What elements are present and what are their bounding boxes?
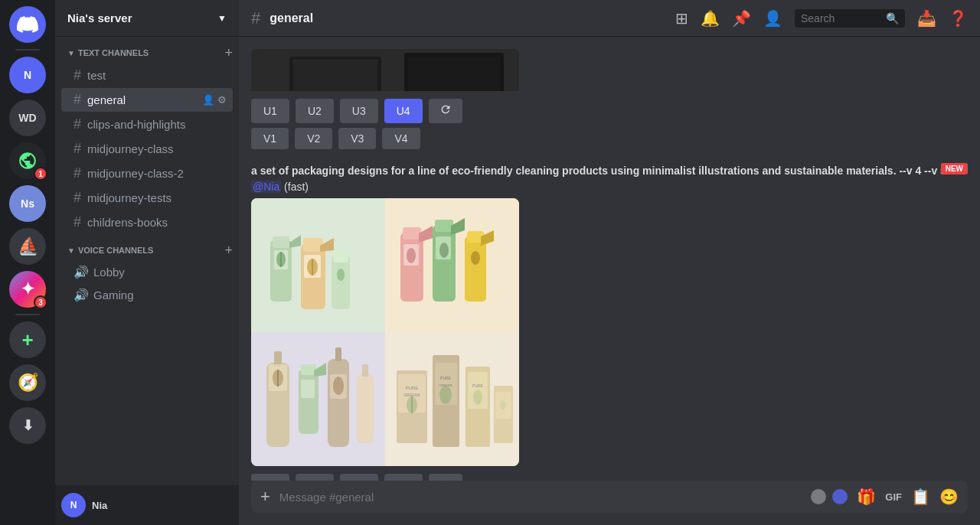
add-attachment-button[interactable]: + bbox=[260, 481, 270, 513]
svg-point-31 bbox=[439, 243, 449, 258]
galaxy-server-badge: 3 bbox=[34, 295, 47, 309]
svg-rect-45 bbox=[335, 347, 341, 361]
server-name-header[interactable]: Nia's server ▼ bbox=[55, 0, 239, 37]
voice-channel-gaming[interactable]: 🔊 Gaming bbox=[61, 284, 233, 306]
nia-server-icon[interactable]: N bbox=[9, 57, 46, 93]
svg-rect-4 bbox=[408, 57, 500, 91]
header-actions: ⊞ 🔔 📌 👤 Search 🔍 📥 ❓ bbox=[675, 9, 968, 28]
speaker-icon: 🔊 bbox=[74, 265, 89, 279]
refresh-button-bottom[interactable] bbox=[429, 474, 462, 481]
upscale-u3-button-top[interactable]: U3 bbox=[340, 99, 378, 123]
inbox-icon[interactable]: 📥 bbox=[917, 9, 936, 28]
channel-item-test[interactable]: # test bbox=[61, 64, 233, 87]
hash-icon: # bbox=[74, 165, 81, 181]
voice-channels-label: VOICE CHANNELS bbox=[78, 246, 153, 255]
channel-name-label: clips-and-highlights bbox=[87, 118, 227, 131]
variation-v1-button[interactable]: V1 bbox=[251, 128, 289, 149]
ai-server-icon[interactable]: 1 bbox=[9, 142, 46, 179]
members-icon[interactable]: 👤 bbox=[763, 9, 782, 28]
svg-text:PURE: PURE bbox=[440, 376, 452, 380]
svg-point-65 bbox=[473, 390, 482, 405]
svg-text:PURE: PURE bbox=[472, 383, 484, 388]
svg-rect-29 bbox=[435, 220, 453, 232]
eco-image-grid: PURE GREENS PURE GREENS bbox=[251, 198, 519, 466]
upscale-u3-button-bottom[interactable]: U3 bbox=[340, 474, 378, 481]
text-channels-section: ▼ TEXT CHANNELS + # test # general 👤 ⚙ bbox=[55, 43, 239, 234]
ns-server-icon[interactable]: Ns bbox=[9, 185, 46, 222]
discord-home-button[interactable] bbox=[9, 6, 46, 43]
boat-server-icon[interactable]: ⛵ bbox=[9, 228, 46, 265]
search-box[interactable]: Search 🔍 bbox=[795, 9, 905, 28]
sticker-button[interactable]: 📋 bbox=[911, 488, 930, 506]
voice-channel-name: Lobby bbox=[93, 266, 125, 279]
message-input-field[interactable] bbox=[279, 481, 802, 513]
svg-rect-49 bbox=[362, 364, 368, 377]
svg-point-68 bbox=[500, 400, 506, 409]
chevron-down-icon: ▼ bbox=[217, 13, 227, 24]
upscale-u4-button-bottom[interactable]: U4 bbox=[384, 474, 423, 481]
voice-channels-header[interactable]: ▼ VOICE CHANNELS + bbox=[55, 240, 239, 260]
channel-item-mj-class[interactable]: # midjourney-class bbox=[61, 137, 233, 161]
wd-server-icon[interactable]: WD bbox=[9, 99, 46, 136]
explore-button[interactable]: 🧭 bbox=[9, 364, 46, 401]
add-server-button[interactable]: + bbox=[9, 321, 46, 358]
text-channels-label: TEXT CHANNELS bbox=[78, 48, 149, 57]
channel-item-mj-tests[interactable]: # midjourney-tests bbox=[61, 186, 233, 210]
voice-channels-section: ▼ VOICE CHANNELS + 🔊 Lobby 🔊 Gaming bbox=[55, 240, 239, 306]
add-voice-channel-button[interactable]: + bbox=[224, 243, 233, 257]
new-badge: NEW bbox=[941, 163, 968, 174]
upscale-u1-button-top[interactable]: U1 bbox=[251, 99, 289, 123]
channel-name-label: midjourney-class bbox=[87, 142, 227, 155]
channel-item-general[interactable]: # general 👤 ⚙ bbox=[61, 88, 233, 112]
upscale-u2-button-bottom[interactable]: U2 bbox=[296, 474, 334, 481]
nitro-icon-2[interactable] bbox=[832, 489, 848, 504]
channel-header-name: general bbox=[270, 11, 313, 25]
gif-button[interactable]: GIF bbox=[885, 491, 902, 503]
search-icon: 🔍 bbox=[886, 12, 899, 24]
svg-point-61 bbox=[439, 386, 452, 404]
svg-rect-41 bbox=[299, 369, 318, 434]
channel-item-childrens[interactable]: # childrens-books bbox=[61, 210, 233, 234]
speaker-icon: 🔊 bbox=[74, 288, 89, 302]
eco-image-top-left bbox=[251, 198, 385, 332]
top-button-row-area: U1 U2 U3 U4 V1 V2 V3 V4 bbox=[239, 94, 980, 157]
variation-v2-button[interactable]: V2 bbox=[295, 128, 332, 149]
variation-v3-button[interactable]: V3 bbox=[338, 128, 376, 149]
collapse-arrow-icon: ▼ bbox=[67, 49, 75, 57]
refresh-button-top[interactable] bbox=[429, 99, 462, 123]
hash-icon: # bbox=[74, 67, 81, 83]
svg-point-34 bbox=[471, 251, 480, 265]
emoji-button[interactable]: 😊 bbox=[939, 488, 959, 506]
upscale-u2-button-top[interactable]: U2 bbox=[296, 99, 334, 123]
username-label: Nia bbox=[92, 500, 233, 511]
voice-channel-lobby[interactable]: 🔊 Lobby bbox=[61, 261, 233, 283]
server-divider bbox=[15, 49, 40, 51]
svg-rect-21 bbox=[333, 250, 348, 262]
nitro-icon[interactable] bbox=[811, 489, 826, 504]
upscale-u4-button-top[interactable]: U4 bbox=[384, 99, 423, 123]
upscale-buttons-row-bottom: U1 U2 U3 U4 bbox=[251, 474, 968, 481]
text-channels-header[interactable]: ▼ TEXT CHANNELS + bbox=[55, 43, 239, 63]
variation-v4-button[interactable]: V4 bbox=[382, 128, 420, 149]
top-partial-image-area bbox=[239, 49, 980, 94]
download-button[interactable]: ⬇ bbox=[9, 407, 46, 444]
svg-rect-44 bbox=[328, 359, 349, 447]
channel-item-clips[interactable]: # clips-and-highlights bbox=[61, 112, 233, 136]
gift-button[interactable]: 🎁 bbox=[857, 488, 876, 506]
svg-rect-11 bbox=[273, 236, 289, 248]
hash-icon: # bbox=[74, 141, 81, 157]
threads-icon[interactable]: ⊞ bbox=[675, 9, 688, 28]
upscale-u1-button-bottom[interactable]: U1 bbox=[251, 474, 289, 481]
eco-image-top-right bbox=[385, 198, 519, 332]
channel-item-mj-class-2[interactable]: # midjourney-class-2 bbox=[61, 161, 233, 185]
notification-bell-icon[interactable]: 🔔 bbox=[701, 9, 720, 28]
upscale-buttons-row-top: U1 U2 U3 U4 bbox=[251, 99, 968, 123]
hash-icon: # bbox=[74, 214, 81, 230]
mention: @Nia bbox=[251, 181, 281, 193]
help-icon[interactable]: ❓ bbox=[949, 9, 968, 28]
add-text-channel-button[interactable]: + bbox=[224, 46, 233, 60]
svg-rect-48 bbox=[357, 374, 374, 443]
svg-text:PURE: PURE bbox=[406, 386, 419, 390]
pin-icon[interactable]: 📌 bbox=[732, 9, 751, 28]
galaxy-server-icon[interactable]: ✦ 3 bbox=[9, 271, 46, 308]
